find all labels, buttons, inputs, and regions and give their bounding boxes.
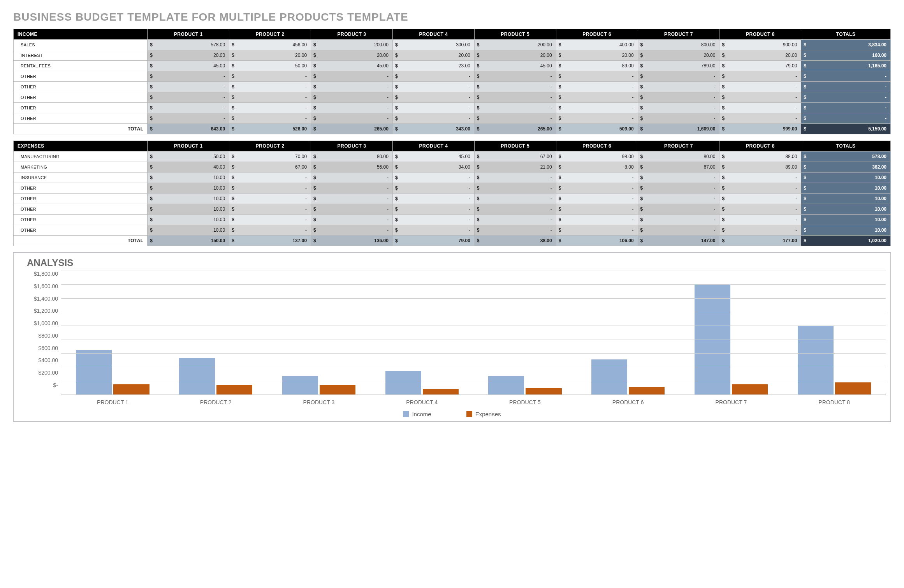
cell[interactable]: $- (392, 215, 474, 225)
cell[interactable]: $79.00 (719, 61, 801, 71)
cell[interactable]: $- (474, 103, 556, 113)
cell[interactable]: $- (311, 82, 393, 92)
cell[interactable]: $67.00 (638, 162, 719, 173)
cell[interactable]: $456.00 (229, 40, 311, 50)
cell[interactable]: $- (556, 82, 638, 92)
cell[interactable]: $40.00 (148, 162, 229, 173)
cell[interactable]: $- (638, 103, 719, 113)
column-total[interactable]: $526.00 (229, 124, 311, 134)
cell[interactable]: $- (311, 103, 393, 113)
cell[interactable]: $50.00 (148, 151, 229, 162)
cell[interactable]: $- (638, 183, 719, 194)
cell[interactable]: $45.00 (311, 61, 393, 71)
cell[interactable]: $- (719, 103, 801, 113)
cell[interactable]: $- (392, 204, 474, 215)
cell[interactable]: $34.00 (392, 162, 474, 173)
cell[interactable]: $- (556, 103, 638, 113)
cell[interactable]: $- (148, 103, 229, 113)
row-total[interactable]: $10.00 (801, 173, 891, 183)
cell[interactable]: $- (229, 82, 311, 92)
cell[interactable]: $300.00 (392, 40, 474, 50)
cell[interactable]: $- (311, 194, 393, 204)
row-label[interactable]: OTHER (14, 225, 148, 236)
column-total[interactable]: $265.00 (474, 124, 556, 134)
cell[interactable]: $- (719, 204, 801, 215)
cell[interactable]: $578.00 (148, 40, 229, 50)
row-label[interactable]: OTHER (14, 71, 148, 82)
cell[interactable]: $- (392, 113, 474, 124)
row-label[interactable]: MARKETING (14, 162, 148, 173)
cell[interactable]: $- (474, 173, 556, 183)
cell[interactable]: $900.00 (719, 40, 801, 50)
row-label[interactable]: INTEREST (14, 50, 148, 61)
cell[interactable]: $- (638, 82, 719, 92)
cell[interactable]: $- (392, 82, 474, 92)
cell[interactable]: $- (229, 183, 311, 194)
cell[interactable]: $400.00 (556, 40, 638, 50)
cell[interactable]: $- (392, 225, 474, 236)
cell[interactable]: $56.00 (311, 162, 393, 173)
cell[interactable]: $- (229, 113, 311, 124)
cell[interactable]: $- (474, 204, 556, 215)
cell[interactable]: $- (556, 92, 638, 103)
cell[interactable]: $- (638, 215, 719, 225)
cell[interactable]: $8.00 (556, 162, 638, 173)
row-total[interactable]: $- (801, 71, 891, 82)
cell[interactable]: $- (556, 113, 638, 124)
row-label[interactable]: MANUFACTURING (14, 151, 148, 162)
cell[interactable]: $- (392, 194, 474, 204)
column-total[interactable]: $150.00 (148, 236, 229, 246)
cell[interactable]: $- (311, 113, 393, 124)
cell[interactable]: $10.00 (148, 183, 229, 194)
cell[interactable]: $- (638, 194, 719, 204)
cell[interactable]: $- (311, 71, 393, 82)
cell[interactable]: $- (229, 204, 311, 215)
row-total[interactable]: $10.00 (801, 215, 891, 225)
cell[interactable]: $10.00 (148, 215, 229, 225)
cell[interactable]: $- (638, 113, 719, 124)
row-total[interactable]: $10.00 (801, 225, 891, 236)
row-label[interactable]: OTHER (14, 103, 148, 113)
cell[interactable]: $80.00 (638, 151, 719, 162)
cell[interactable]: $67.00 (474, 151, 556, 162)
cell[interactable]: $67.00 (229, 162, 311, 173)
cell[interactable]: $- (311, 92, 393, 103)
cell[interactable]: $- (638, 92, 719, 103)
cell[interactable]: $- (556, 173, 638, 183)
column-total[interactable]: $343.00 (392, 124, 474, 134)
row-label[interactable]: OTHER (14, 194, 148, 204)
cell[interactable]: $21.00 (474, 162, 556, 173)
cell[interactable]: $- (474, 183, 556, 194)
cell[interactable]: $- (229, 215, 311, 225)
cell[interactable]: $89.00 (556, 61, 638, 71)
cell[interactable]: $- (638, 173, 719, 183)
row-total[interactable]: $10.00 (801, 194, 891, 204)
cell[interactable]: $- (474, 113, 556, 124)
cell[interactable]: $200.00 (311, 40, 393, 50)
row-label[interactable]: OTHER (14, 113, 148, 124)
row-total[interactable]: $- (801, 82, 891, 92)
cell[interactable]: $- (556, 183, 638, 194)
row-label[interactable]: OTHER (14, 92, 148, 103)
cell[interactable]: $- (556, 204, 638, 215)
row-label[interactable]: OTHER (14, 215, 148, 225)
column-total[interactable]: $106.00 (556, 236, 638, 246)
cell[interactable]: $10.00 (148, 225, 229, 236)
cell[interactable]: $- (392, 173, 474, 183)
cell[interactable]: $- (474, 92, 556, 103)
cell[interactable]: $- (638, 225, 719, 236)
cell[interactable]: $23.00 (392, 61, 474, 71)
cell[interactable]: $20.00 (638, 50, 719, 61)
cell[interactable]: $- (719, 215, 801, 225)
row-total[interactable]: $- (801, 92, 891, 103)
cell[interactable]: $45.00 (148, 61, 229, 71)
cell[interactable]: $20.00 (556, 50, 638, 61)
cell[interactable]: $- (719, 92, 801, 103)
cell[interactable]: $- (474, 225, 556, 236)
row-total[interactable]: $- (801, 103, 891, 113)
cell[interactable]: $- (148, 113, 229, 124)
cell[interactable]: $80.00 (311, 151, 393, 162)
cell[interactable]: $- (392, 103, 474, 113)
cell[interactable]: $800.00 (638, 40, 719, 50)
row-label[interactable]: SALES (14, 40, 148, 50)
